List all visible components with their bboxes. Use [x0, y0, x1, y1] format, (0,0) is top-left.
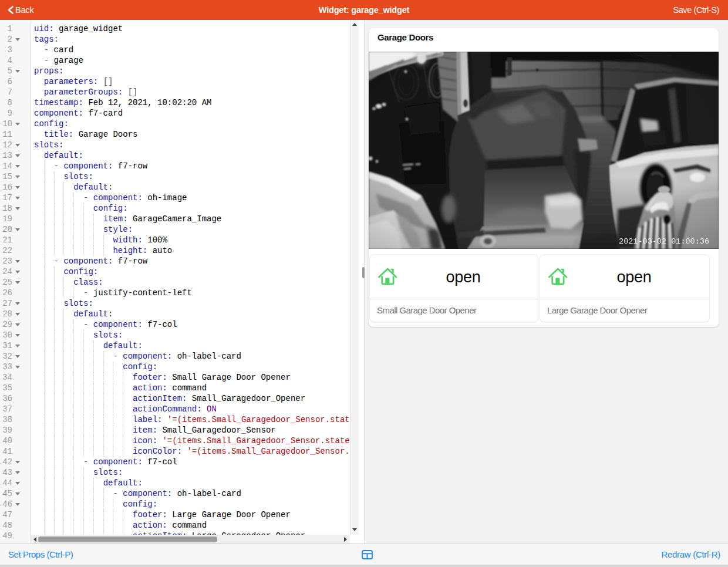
svg-text:2021-03-02 01:00:36: 2021-03-02 01:00:36 — [619, 237, 709, 246]
